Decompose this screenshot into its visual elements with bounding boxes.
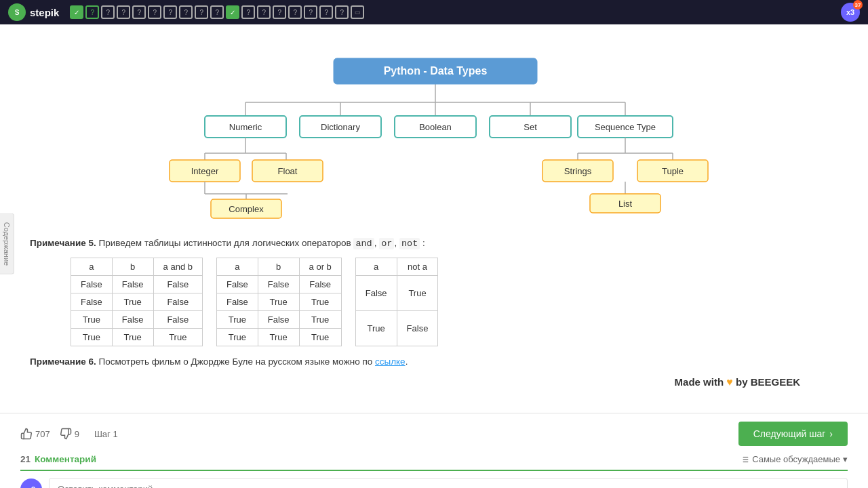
note6-label: Примечание 6. (30, 357, 96, 367)
dictionary-node: Dictionary (321, 122, 360, 132)
progress-box-19[interactable]: ▭ (351, 5, 364, 19)
progress-box-4[interactable]: ? (117, 5, 130, 19)
progress-box-6[interactable]: ? (148, 5, 161, 19)
progress-box-15[interactable]: ? (288, 5, 302, 19)
note6-text: Примечание 6. Посмотреть фильм о Джордже… (30, 357, 841, 367)
table-row: TrueFalseFalse (71, 311, 203, 329)
avatar[interactable]: x3 37 (841, 3, 860, 22)
not-table: a not a FalseTrue TrueFalse (355, 258, 439, 346)
made-with-prefix: Made with (675, 376, 724, 388)
truth-tables: a b a and b FalseFalseFalse FalseTrueFal… (71, 258, 841, 346)
progress-box-7[interactable]: ? (163, 5, 177, 19)
progress-box-18[interactable]: ? (335, 5, 349, 19)
progress-box-14[interactable]: ? (273, 5, 286, 19)
comments-count: 21 (20, 454, 31, 464)
and-header-b: b (112, 258, 153, 276)
table-row: TrueFalseTrue (216, 311, 341, 329)
integer-node: Integer (191, 166, 219, 176)
chevron-down-icon: ▾ (843, 454, 848, 464)
tree-diagram: Python - Data Types Numeric Dictionary B… (30, 38, 841, 230)
table-row: FalseTrue (355, 276, 438, 311)
sort-button[interactable]: Самые обсуждаемые ▾ (740, 454, 848, 464)
table-row: TrueTrueTrue (71, 329, 203, 346)
numeric-node: Numeric (229, 122, 262, 132)
next-step-button[interactable]: Следующий шаг › (738, 422, 848, 446)
site-name: stepik (30, 7, 59, 18)
progress-box-1[interactable]: ✓ (70, 5, 83, 19)
progress-box-17[interactable]: ? (319, 5, 333, 19)
made-with-section: Made with ♥ by BEEGEEK (30, 376, 800, 388)
table-row: FalseFalseFalse (71, 276, 203, 293)
thumbs-down-icon (60, 428, 72, 440)
not-header-a: a (355, 258, 397, 276)
dislike-count: 9 (75, 429, 79, 439)
boolean-node: Boolean (419, 122, 452, 132)
or-table: a b a or b FalseFalseFalse FalseTrueTrue… (216, 258, 342, 346)
comment-input-row: x3 (20, 478, 848, 488)
table-row: TrueFalse (355, 311, 438, 346)
strings-node: Strings (564, 166, 592, 176)
set-node: Set (524, 122, 537, 132)
comments-tab-label: Комментарий (35, 454, 96, 464)
site-logo[interactable]: S stepik (8, 3, 59, 21)
comment-input[interactable] (49, 478, 848, 488)
and-header-andb: a and b (153, 258, 202, 276)
list-node: List (618, 199, 633, 209)
table-row: FalseFalseFalse (216, 276, 341, 293)
op-and: and (353, 238, 374, 249)
progress-box-13[interactable]: ? (257, 5, 271, 19)
op-or: or (379, 238, 394, 249)
progress-box-10[interactable]: ? (210, 5, 224, 19)
note6-body: Посмотреть фильм о Джордже Буле на русск… (99, 357, 375, 367)
note6-link[interactable]: ссылке (375, 357, 406, 367)
nav-right: x3 37 (841, 3, 860, 22)
logo-icon: S (8, 3, 26, 21)
progress-box-16[interactable]: ? (304, 5, 317, 19)
progress-box-5[interactable]: ? (132, 5, 146, 19)
sort-icon (740, 455, 749, 464)
progress-bar: ✓ ? ? ? ? ? ? ? ? ? ✓ ? ? ? ? ? ? ? ▭ (70, 5, 364, 19)
float-node: Float (278, 166, 298, 176)
note5-text: Примечание 5. Приведем таблицы истинност… (30, 237, 841, 251)
progress-box-3[interactable]: ? (101, 5, 115, 19)
thumbs-up-icon (20, 428, 33, 440)
and-table: a b a and b FalseFalseFalse FalseTrueFal… (71, 258, 203, 346)
main-content: Python - Data Types Numeric Dictionary B… (16, 24, 868, 413)
and-header-a: a (71, 258, 113, 276)
progress-box-11[interactable]: ✓ (226, 5, 239, 19)
note5-label: Примечание 5. (30, 238, 96, 248)
table-row: FalseTrueTrue (216, 293, 341, 311)
dislike-button[interactable]: 9 (60, 428, 79, 440)
comment-avatar: x3 (20, 479, 42, 488)
step-label: Шаг 1 (94, 429, 118, 439)
or-header-aorb: a or b (299, 258, 341, 276)
heart-icon: ♥ (726, 376, 733, 388)
root-node-label: Python - Data Types (384, 65, 488, 77)
progress-box-12[interactable]: ? (241, 5, 255, 19)
note6-suffix: . (406, 357, 408, 367)
top-navigation: S stepik ✓ ? ? ? ? ? ? ? ? ? ✓ ? ? ? ? ?… (0, 0, 868, 24)
sidebar-tab[interactable]: Содержание (0, 214, 14, 274)
progress-box-9[interactable]: ? (195, 5, 208, 19)
comments-header: 21 Комментарий Самые обсуждаемые ▾ (20, 454, 848, 471)
like-button[interactable]: 707 (20, 428, 50, 440)
notification-badge: 37 (853, 0, 863, 9)
comments-section: 21 Комментарий Самые обсуждаемые ▾ x3 ▾ (0, 454, 868, 488)
sequence-type-node: Sequence Type (595, 122, 656, 132)
like-count: 707 (35, 429, 50, 439)
note5-body: Приведем таблицы истинности для логическ… (99, 238, 354, 248)
sort-label: Самые обсуждаемые (752, 454, 840, 464)
progress-box-8[interactable]: ? (179, 5, 193, 19)
table-row: FalseTrueFalse (71, 293, 203, 311)
op-not: not (399, 238, 420, 249)
progress-box-2[interactable]: ? (85, 5, 99, 19)
made-with-suffix: by BEEGEEK (736, 376, 800, 388)
or-header-b: b (258, 258, 299, 276)
table-row: TrueTrueTrue (216, 329, 341, 346)
diagram-svg: Python - Data Types Numeric Dictionary B… (30, 45, 841, 221)
tuple-node: Tuple (662, 166, 684, 176)
comments-tab[interactable]: 21 Комментарий (20, 454, 96, 464)
chevron-right-icon: › (829, 428, 833, 439)
bottom-bar: 707 9 Шаг 1 Следующий шаг › (0, 413, 868, 454)
or-header-a: a (216, 258, 258, 276)
